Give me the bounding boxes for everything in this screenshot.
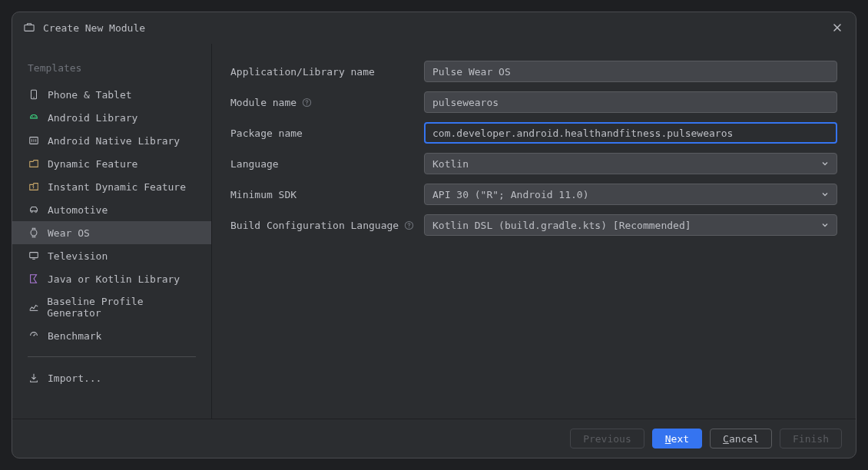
phone-icon (28, 88, 40, 101)
sidebar-item-wear-os[interactable]: Wear OS (12, 221, 211, 244)
sidebar-item-label: Android Library (48, 112, 137, 124)
svg-point-9 (31, 230, 37, 236)
sidebar-item-automotive[interactable]: Automotive (12, 198, 211, 221)
label-app-name: Application/Library name (230, 66, 415, 78)
sidebar-item-android-library[interactable]: Android Library (12, 106, 211, 129)
select-language-value: Kotlin (432, 158, 469, 170)
dialog-footer: Previous Next Cancel Finish (12, 419, 856, 458)
sidebar-item-label: Wear OS (48, 227, 90, 239)
select-min-sdk-value: API 30 ("R"; Android 11.0) (432, 189, 589, 200)
label-package-name: Package name (230, 127, 415, 139)
sidebar-import[interactable]: Import... (12, 366, 211, 389)
label-min-sdk: Minimum SDK (230, 189, 415, 200)
sidebar-item-label: Java or Kotlin Library (48, 273, 180, 285)
form-panel: Application/Library name Pulse Wear OS M… (212, 44, 856, 419)
sidebar-item-label: Android Native Library (48, 135, 180, 147)
input-app-name-value: Pulse Wear OS (432, 66, 511, 78)
svg-point-8 (35, 211, 37, 213)
previous-button: Previous (570, 429, 644, 448)
instant-dynamic-feature-icon (28, 180, 40, 193)
sidebar-item-instant-dynamic-feature[interactable]: Instant Dynamic Feature (12, 175, 211, 198)
chevron-down-icon (821, 190, 829, 198)
templates-sidebar: Templates Phone & Tablet Android Library (12, 44, 212, 419)
row-build-config: Build Configuration Language Kotlin DSL … (230, 214, 837, 236)
input-app-name[interactable]: Pulse Wear OS (424, 61, 837, 82)
row-language: Language Kotlin (230, 153, 837, 174)
title-bar: Create New Module (12, 12, 856, 44)
svg-rect-10 (30, 253, 38, 258)
tv-icon (28, 250, 40, 262)
row-package-name: Package name com.developer.android.healt… (230, 122, 837, 144)
cancel-button[interactable]: Cancel (710, 429, 772, 448)
input-module-name[interactable]: pulsewearos (424, 91, 837, 113)
label-build-config: Build Configuration Language (230, 220, 415, 231)
watch-icon (28, 227, 40, 239)
select-build-config-value: Kotlin DSL (build.gradle.kts) [Recommend… (432, 220, 691, 231)
sidebar-item-dynamic-feature[interactable]: Dynamic Feature (12, 152, 211, 175)
chevron-down-icon (821, 221, 829, 229)
sidebar-item-baseline-profile[interactable]: Baseline Profile Generator (12, 290, 211, 324)
sidebar-item-label: Dynamic Feature (48, 158, 137, 170)
svg-rect-1 (27, 24, 31, 25)
library-icon (28, 273, 40, 285)
create-module-dialog: Create New Module Templates Phone & Tabl… (12, 12, 856, 458)
input-package-name[interactable]: com.developer.android.healthandfitness.p… (424, 122, 837, 144)
input-package-name-value: com.developer.android.healthandfitness.p… (432, 127, 733, 139)
svg-point-11 (33, 335, 34, 336)
sidebar-item-label: Benchmark (48, 330, 101, 342)
module-icon (23, 22, 35, 34)
svg-point-4 (32, 116, 33, 117)
sidebar-item-label: Phone & Tablet (48, 89, 132, 101)
sidebar-header: Templates (12, 58, 211, 83)
row-min-sdk: Minimum SDK API 30 ("R"; Android 11.0) (230, 184, 837, 205)
native-icon (28, 134, 40, 147)
sidebar-item-label: Baseline Profile Generator (47, 296, 196, 319)
sidebar-import-label: Import... (48, 372, 101, 384)
sidebar-item-phone-tablet[interactable]: Phone & Tablet (12, 83, 211, 106)
finish-button: Finish (780, 429, 842, 448)
dialog-title: Create New Module (43, 22, 822, 34)
close-button[interactable] (830, 20, 845, 35)
car-icon (28, 204, 40, 216)
help-icon[interactable] (301, 97, 312, 108)
sidebar-item-android-native-library[interactable]: Android Native Library (12, 129, 211, 152)
dialog-body: Templates Phone & Tablet Android Library (12, 44, 856, 419)
select-language[interactable]: Kotlin (424, 153, 837, 174)
import-icon (28, 372, 40, 384)
svg-point-3 (33, 97, 34, 98)
label-language: Language (230, 158, 415, 170)
android-icon (28, 111, 40, 124)
sidebar-item-label: Television (48, 250, 108, 262)
next-button[interactable]: Next (652, 429, 702, 448)
row-module-name: Module name pulsewearos (230, 91, 837, 113)
sidebar-item-label: Automotive (48, 204, 108, 216)
svg-point-7 (31, 211, 32, 213)
dynamic-feature-icon (28, 157, 40, 170)
label-module-name: Module name (230, 97, 415, 108)
baseline-icon (28, 301, 39, 313)
svg-rect-0 (25, 25, 34, 31)
input-module-name-value: pulsewearos (432, 97, 499, 108)
select-build-config[interactable]: Kotlin DSL (build.gradle.kts) [Recommend… (424, 214, 837, 236)
sidebar-item-java-kotlin-library[interactable]: Java or Kotlin Library (12, 267, 211, 290)
select-min-sdk[interactable]: API 30 ("R"; Android 11.0) (424, 184, 837, 205)
sidebar-items: Phone & Tablet Android Library Android N… (12, 83, 211, 347)
help-icon[interactable] (403, 220, 414, 230)
chevron-down-icon (821, 160, 829, 167)
svg-point-5 (35, 116, 35, 117)
benchmark-icon (28, 329, 40, 342)
sidebar-item-label: Instant Dynamic Feature (48, 181, 186, 193)
sidebar-item-television[interactable]: Television (12, 244, 211, 267)
row-app-name: Application/Library name Pulse Wear OS (230, 61, 837, 82)
sidebar-divider (28, 356, 196, 357)
sidebar-item-benchmark[interactable]: Benchmark (12, 324, 211, 347)
